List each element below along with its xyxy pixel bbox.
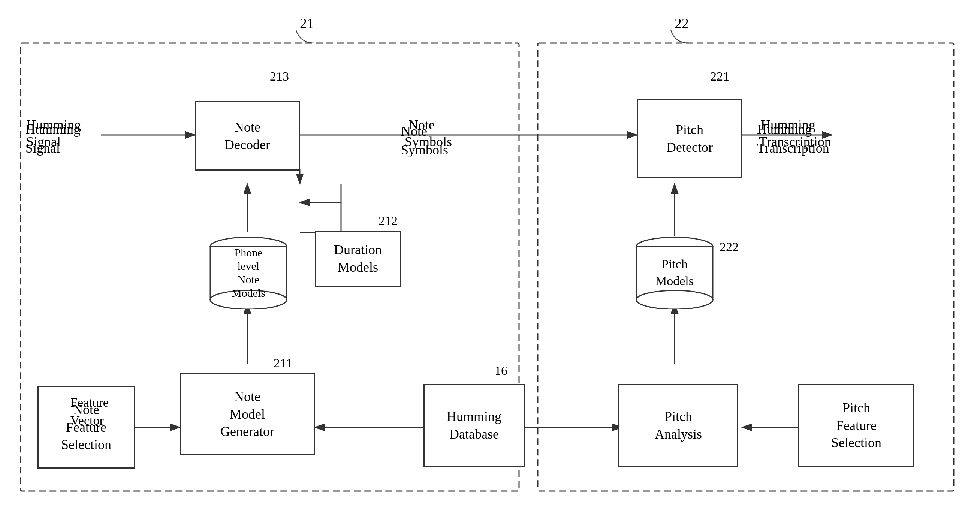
pitch-detector-label: PitchDetector xyxy=(666,121,713,156)
pitch-models-ref: 222 xyxy=(719,240,739,254)
pitch-analysis-box: PitchAnalysis xyxy=(618,384,738,467)
duration-models-label: DurationModels xyxy=(334,241,382,276)
svg-point-35 xyxy=(636,290,713,309)
humming-database-box: HummingDatabase xyxy=(423,384,525,467)
note-model-generator-ref: 211 xyxy=(274,356,292,370)
phone-level-label: PhonelevelNoteModels xyxy=(232,246,265,300)
feature-vector-label: FeatureVector xyxy=(70,394,109,429)
pitch-analysis-label: PitchAnalysis xyxy=(655,408,702,443)
note-model-generator-label: NoteModelGenerator xyxy=(220,388,274,440)
diagram: 21 22 Humming Signal Note Symbols Hummin… xyxy=(15,19,965,506)
note-decoder-label: NoteDecoder xyxy=(224,118,270,154)
pitch-feature-selection-box: PitchFeatureSelection xyxy=(798,384,915,467)
note-decoder-ref: 213 xyxy=(270,69,289,84)
note-decoder-box: NoteDecoder xyxy=(195,101,300,170)
note-model-generator-box: NoteModelGenerator xyxy=(180,373,315,456)
pitch-detector-box: PitchDetector xyxy=(637,99,742,178)
phone-level-note-models-cylinder: PhonelevelNoteModels xyxy=(209,236,288,309)
humming-signal-label: HummingSignal xyxy=(25,120,80,158)
note-symbols-label: NoteSymbols xyxy=(401,122,448,160)
humming-database-label: HummingDatabase xyxy=(447,408,501,443)
humming-database-ref: 16 xyxy=(495,363,508,378)
svg-text:22: 22 xyxy=(675,19,689,31)
pitch-feature-selection-label: PitchFeatureSelection xyxy=(831,399,881,452)
pitch-detector-ref: 221 xyxy=(710,69,729,84)
duration-models-box: DurationModels xyxy=(315,231,401,287)
svg-text:21: 21 xyxy=(300,19,314,31)
pitch-models-cylinder: PitchModels xyxy=(635,236,714,309)
pitch-models-label: PitchModels xyxy=(655,256,694,289)
duration-models-ref: 212 xyxy=(379,213,398,228)
humming-transcription-label: HummingTranscription xyxy=(757,120,829,158)
